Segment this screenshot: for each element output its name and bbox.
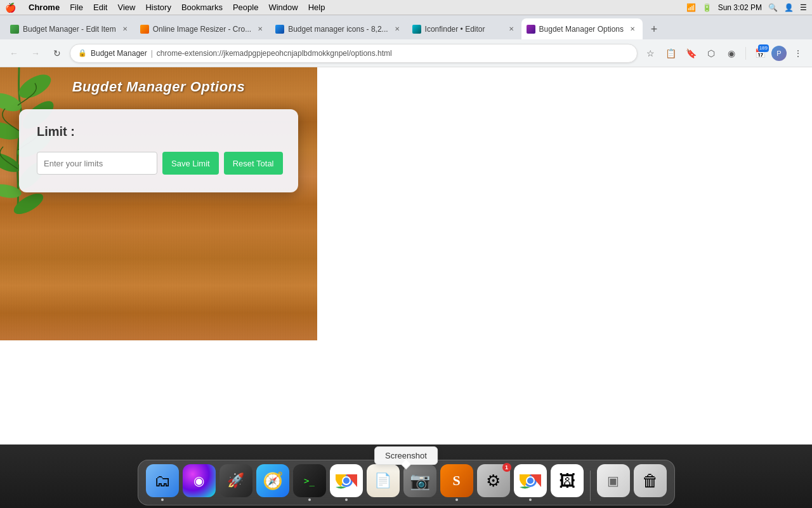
preferences-badge: 1	[502, 463, 511, 472]
tab-title-4: Iconfinder • Editor	[425, 25, 502, 34]
new-tab-button[interactable]: +	[645, 20, 663, 38]
address-url: chrome-extension://jkemadpgpjepeohcnjapl…	[157, 49, 629, 58]
options-card: Limit : Save Limit Reset Total	[19, 109, 298, 192]
dock-item-siri[interactable]: ◉	[183, 464, 216, 501]
menu-window[interactable]: Window	[263, 0, 303, 15]
calendar-extension[interactable]: 📅 189	[751, 44, 769, 62]
dock-item-preferences[interactable]: ⚙ 1	[477, 464, 510, 501]
readinglist-icon[interactable]: 📋	[662, 44, 679, 62]
chrome2-dock-icon	[514, 464, 547, 497]
dock-item-notepad[interactable]: 📄	[367, 464, 400, 501]
save-icon[interactable]: 🔖	[682, 44, 700, 62]
dock-item-safari[interactable]: 🧭	[256, 464, 289, 501]
tab-iconfinder[interactable]: Iconfinder • Editor ✕	[407, 18, 521, 39]
tab-favicon-5	[527, 25, 535, 34]
more-menu[interactable]: ⋮	[789, 44, 807, 62]
preferences-icon: ⚙ 1	[477, 464, 510, 497]
tab-bar: Budget Manager - Edit Item ✕ Online Imag…	[0, 15, 812, 39]
dock-item-chrome2[interactable]	[514, 464, 547, 501]
dock-item-launchpad[interactable]: 🚀	[219, 464, 252, 501]
tab-title-1: Budget Manager - Edit Item	[23, 25, 116, 34]
bookmark-star[interactable]: ☆	[641, 44, 659, 62]
svg-point-12	[343, 478, 350, 484]
tab-bm-options[interactable]: Bugdet Manager Options ✕	[521, 18, 643, 39]
page-content: Bugdet Manager Options Limit : Save Limi…	[0, 67, 812, 508]
svg-point-16	[527, 478, 534, 484]
photos-icon: 🖼	[551, 464, 584, 497]
menu-view[interactable]: View	[112, 0, 140, 15]
battery-icon: 🔋	[702, 3, 712, 12]
tab-close-1[interactable]: ✕	[120, 24, 130, 34]
cast-icon[interactable]: ⬡	[702, 44, 720, 62]
screenshot-dock-icon: 📷	[403, 464, 436, 497]
address-bar: ← → ↻ 🔒 Budget Manager | chrome-extensio…	[0, 39, 812, 67]
extensions-divider	[745, 47, 746, 60]
chrome-dock-icon	[330, 464, 363, 497]
menu-edit[interactable]: Edit	[88, 0, 112, 15]
dock-item-windows[interactable]: ▣	[597, 464, 630, 501]
dock-item-screenshot[interactable]: 📷	[403, 464, 436, 501]
back-button[interactable]: ←	[5, 44, 23, 62]
dock-item-terminal[interactable]: >_	[293, 464, 326, 501]
dock-item-trash[interactable]: 🗑	[634, 464, 667, 501]
dock-item-chrome[interactable]	[330, 464, 363, 501]
forward-button[interactable]: →	[27, 44, 44, 62]
tab-bm-icons[interactable]: Budget manager icons - 8,2... ✕	[270, 18, 407, 39]
menu-history[interactable]: History	[140, 0, 176, 15]
sublime-dot	[455, 498, 458, 501]
search-icon[interactable]: 🔍	[768, 3, 778, 12]
launchpad-icon: 🚀	[219, 464, 252, 497]
notepad-icon: 📄	[367, 464, 400, 497]
reset-total-button[interactable]: Reset Total	[224, 152, 283, 175]
menu-bookmarks[interactable]: Bookmarks	[176, 0, 228, 15]
tab-favicon-3	[275, 25, 284, 34]
apple-menu[interactable]: 🍎	[5, 3, 16, 13]
reload-button[interactable]: ↻	[48, 44, 66, 62]
menu-bar: 🍎 Chrome File Edit View History Bookmark…	[0, 0, 812, 15]
tab-close-5[interactable]: ✕	[627, 24, 638, 34]
dock-item-sublime[interactable]: S	[440, 464, 473, 501]
menu-file[interactable]: File	[65, 0, 88, 15]
wood-background: Bugdet Manager Options Limit : Save Limi…	[0, 67, 317, 340]
tab-favicon-1	[10, 25, 19, 34]
tab-close-2[interactable]: ✕	[255, 24, 265, 34]
clock: Sun 3:02 PM	[718, 3, 762, 12]
terminal-icon: >_	[293, 464, 326, 497]
profile-icon[interactable]: ◉	[723, 44, 740, 62]
dock-item-photos[interactable]: 🖼	[551, 464, 584, 501]
screenshot-tooltip: Screenshot	[374, 446, 438, 465]
save-limit-button[interactable]: Save Limit	[162, 152, 219, 175]
tab-close-4[interactable]: ✕	[506, 24, 516, 34]
omnibox[interactable]: 🔒 Budget Manager | chrome-extension://jk…	[70, 44, 638, 63]
tab-title-5: Bugdet Manager Options	[539, 25, 624, 34]
notifications-icon[interactable]: ☰	[800, 3, 807, 12]
svg-point-8	[11, 189, 46, 218]
calendar-badge: 189	[758, 44, 769, 52]
trash-icon: 🗑	[634, 464, 667, 497]
lock-icon: 🔒	[78, 49, 87, 57]
chrome-dot	[345, 498, 348, 501]
tab-budget-manager-edit[interactable]: Budget Manager - Edit Item ✕	[5, 18, 135, 39]
safari-icon: 🧭	[256, 464, 289, 497]
terminal-dot	[308, 498, 311, 501]
chrome2-dot	[529, 498, 532, 501]
dock-item-finder[interactable]: 🗂	[146, 464, 179, 501]
user-avatar-menu[interactable]: 👤	[784, 3, 794, 12]
menu-bar-right: 📶 🔋 Sun 3:02 PM 🔍 👤 ☰	[686, 3, 807, 12]
limit-input[interactable]	[37, 152, 157, 175]
siri-icon: ◉	[183, 464, 216, 497]
profile-avatar[interactable]: P	[771, 46, 787, 61]
tab-image-resizer[interactable]: Online Image Resizer - Cro... ✕	[135, 18, 270, 39]
menu-help[interactable]: Help	[303, 0, 331, 15]
tab-close-3[interactable]: ✕	[392, 24, 402, 34]
tab-title-3: Budget manager icons - 8,2...	[288, 25, 388, 34]
menu-chrome[interactable]: Chrome	[23, 0, 65, 15]
finder-dot	[161, 498, 164, 501]
windows-icon: ▣	[597, 464, 630, 497]
sublime-icon: S	[440, 464, 473, 497]
dock-separator	[590, 471, 591, 501]
toolbar-icons: ☆ 📋 🔖 ⬡ ◉ 📅 189 P ⋮	[641, 44, 807, 62]
separator: |	[151, 49, 153, 58]
menu-people[interactable]: People	[228, 0, 263, 15]
limit-label: Limit :	[37, 124, 280, 139]
